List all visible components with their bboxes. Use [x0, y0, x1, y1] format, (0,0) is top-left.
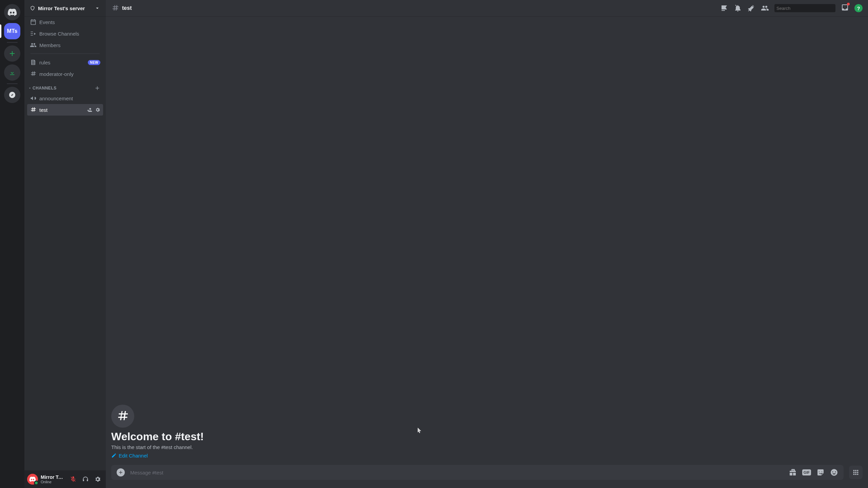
megaphone-icon [30, 95, 37, 102]
download-apps-button[interactable] [4, 64, 20, 81]
download-icon [8, 69, 16, 76]
plus-icon [118, 470, 123, 475]
create-channel-icon[interactable] [94, 85, 100, 91]
user-info[interactable]: Mirror Test Online [41, 474, 65, 484]
channel-sidebar: Mirror Test's server Events Browse Chann… [24, 0, 106, 488]
chevron-down-icon [28, 86, 32, 90]
welcome-hash-badge [111, 405, 134, 428]
category-channels[interactable]: CHANNELS [27, 80, 103, 93]
sticker-icon[interactable] [816, 468, 825, 476]
notifications-icon[interactable] [734, 4, 742, 12]
members-icon [30, 42, 37, 48]
browse-icon [30, 30, 37, 37]
inbox-button[interactable] [841, 3, 849, 13]
gear-icon [94, 476, 101, 483]
mute-mic-button[interactable] [68, 474, 79, 485]
server-badge-icon [30, 5, 35, 11]
channel-rules[interactable]: rules NEW [27, 57, 103, 68]
headphones-icon [82, 476, 89, 483]
channel-title: test [122, 5, 717, 11]
add-server-button[interactable] [4, 45, 20, 62]
mic-off-icon [70, 476, 77, 483]
pencil-icon [111, 453, 117, 458]
category-label: CHANNELS [33, 86, 94, 90]
welcome-block: Welcome to #test! This is the start of t… [111, 405, 863, 460]
members-item[interactable]: Members [27, 39, 103, 51]
discord-home-button[interactable] [4, 4, 20, 20]
channel-test[interactable]: test [27, 104, 103, 116]
channel-list: Events Browse Channels Members rules NEW… [24, 16, 106, 470]
chevron-down-icon [94, 5, 100, 11]
chat-header: test ? [106, 0, 868, 16]
browse-channels-label: Browse Channels [39, 31, 100, 37]
rules-icon [30, 59, 37, 66]
apps-icon [852, 469, 860, 476]
edit-channel-label: Edit Channel [119, 453, 148, 459]
rail-separator [7, 42, 18, 43]
hash-icon [111, 4, 119, 12]
channel-announcement[interactable]: announcement [27, 93, 103, 104]
sidebar-separator [31, 54, 100, 54]
events-label: Events [39, 19, 100, 25]
attach-button[interactable] [117, 468, 125, 476]
pin-icon[interactable] [747, 4, 755, 12]
message-input[interactable] [130, 470, 783, 475]
help-button[interactable]: ? [854, 4, 863, 12]
compass-icon [8, 91, 16, 99]
chat-main: test ? [106, 0, 868, 488]
server-header[interactable]: Mirror Test's server [24, 0, 106, 16]
calendar-icon [30, 19, 37, 25]
username-label: Mirror Test [41, 474, 65, 480]
invite-icon[interactable] [87, 107, 92, 113]
edit-channel-link[interactable]: Edit Channel [111, 453, 148, 459]
threads-icon[interactable] [720, 4, 728, 12]
hash-icon [116, 409, 130, 423]
new-badge: NEW [88, 60, 100, 65]
channel-moderator-only[interactable]: moderator-only [27, 68, 103, 80]
user-panel: Mirror Test Online [24, 470, 106, 488]
browse-channels-item[interactable]: Browse Channels [27, 28, 103, 39]
apps-button[interactable] [849, 466, 863, 479]
members-label: Members [39, 42, 100, 48]
rail-separator [7, 83, 18, 84]
hash-icon [30, 70, 37, 77]
message-composer[interactable]: GIF [111, 465, 844, 480]
deafen-button[interactable] [80, 474, 91, 485]
status-online-dot [34, 481, 39, 485]
user-avatar[interactable] [27, 474, 38, 485]
gear-icon[interactable] [95, 107, 100, 113]
server-icon-active[interactable]: MTs [4, 23, 20, 39]
channel-test-label: test [39, 107, 84, 113]
user-settings-button[interactable] [92, 474, 103, 485]
plus-icon [8, 49, 16, 58]
user-status-label: Online [41, 480, 65, 484]
welcome-subtitle: This is the start of the #test channel. [111, 444, 863, 450]
gift-icon[interactable] [789, 468, 797, 476]
explore-servers-button[interactable] [4, 87, 20, 103]
search-input[interactable] [776, 6, 833, 11]
discord-logo-icon [7, 7, 17, 17]
member-list-icon[interactable] [761, 4, 769, 12]
channel-announcement-label: announcement [39, 96, 100, 101]
emoji-icon[interactable] [830, 468, 838, 476]
channel-rules-label: rules [39, 60, 85, 65]
server-name: Mirror Test's server [38, 5, 94, 11]
server-rail: MTs [0, 0, 24, 488]
gif-button[interactable]: GIF [802, 469, 811, 475]
welcome-title: Welcome to #test! [111, 430, 863, 443]
search-box[interactable] [774, 4, 835, 12]
events-item[interactable]: Events [27, 16, 103, 28]
notification-dot [847, 3, 850, 5]
hash-icon [30, 106, 37, 113]
channel-moderator-only-label: moderator-only [39, 71, 100, 77]
chat-messages: Welcome to #test! This is the start of t… [106, 16, 868, 488]
